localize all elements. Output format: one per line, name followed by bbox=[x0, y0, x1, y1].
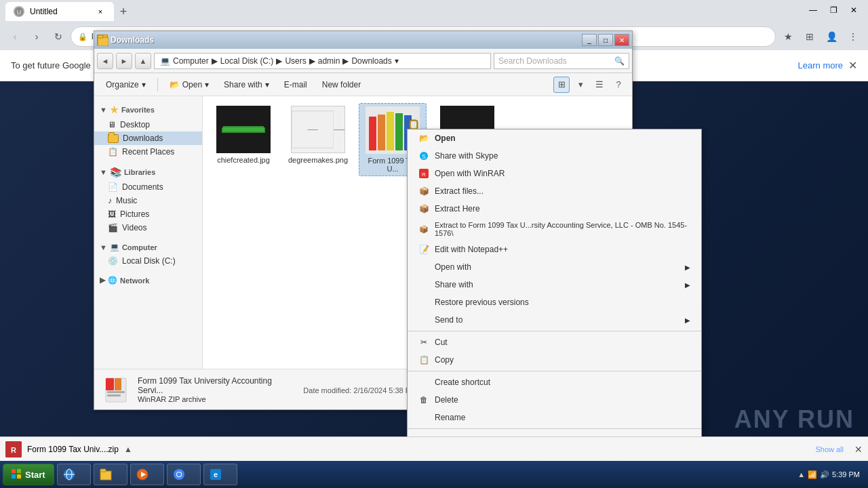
open-with-arrow-icon: ▶ bbox=[685, 264, 690, 271]
organize-button[interactable]: Organize ▾ bbox=[100, 76, 152, 94]
taskbar-app-explorer[interactable] bbox=[94, 464, 127, 485]
desktop-icon: 🖥 bbox=[108, 120, 116, 129]
maximize-button[interactable]: ❐ bbox=[825, 3, 842, 18]
notepad-icon: 📝 bbox=[418, 244, 429, 255]
taskbar-app-media[interactable] bbox=[130, 464, 164, 485]
view-dropdown-button[interactable]: ▾ bbox=[572, 77, 589, 93]
start-button[interactable]: Start bbox=[3, 464, 54, 485]
ctx-item-extract-files[interactable]: 📦 Extract files... bbox=[408, 182, 701, 200]
download-chevron-icon[interactable]: ▲ bbox=[124, 445, 132, 454]
taskbar-app-chrome[interactable] bbox=[167, 464, 201, 485]
new-folder-button[interactable]: New folder bbox=[316, 76, 367, 94]
minimize-button[interactable]: — bbox=[804, 3, 822, 18]
bookmark-button[interactable]: ★ bbox=[778, 27, 797, 46]
browser-tab[interactable]: U Untitled × bbox=[5, 2, 114, 21]
winrar-icon: R bbox=[418, 168, 429, 179]
search-input[interactable]: Search Downloads 🔍 bbox=[494, 53, 629, 69]
forward-button[interactable]: › bbox=[27, 27, 46, 46]
help-button[interactable]: ? bbox=[610, 77, 627, 93]
ctx-item-share-with[interactable]: Share with ▶ bbox=[408, 276, 701, 293]
open-button[interactable]: 📂 Open ▾ bbox=[163, 76, 215, 94]
ctx-item-open[interactable]: 📂 Open bbox=[408, 129, 701, 147]
explorer-close-button[interactable]: ✕ bbox=[614, 34, 629, 46]
file-item-degreemakes[interactable]: — degreemakes.png bbox=[284, 103, 352, 176]
libraries-header[interactable]: ▼ 📚 Libraries bbox=[94, 164, 202, 180]
system-clock: 5:39 PM bbox=[832, 470, 860, 479]
explorer-toolbar: Organize ▾ 📂 Open ▾ Share with ▾ E-mail … bbox=[94, 73, 632, 96]
svg-rect-33 bbox=[17, 474, 21, 479]
explorer-maximize-button[interactable]: □ bbox=[598, 34, 613, 46]
email-button[interactable]: E-mail bbox=[278, 76, 313, 94]
show-all-button[interactable]: Show all bbox=[815, 445, 844, 453]
ctx-item-create-shortcut[interactable]: Create shortcut bbox=[408, 373, 701, 391]
svg-text:e: e bbox=[214, 470, 218, 479]
taskbar-app-ie2[interactable]: e bbox=[203, 464, 237, 485]
explorer-path[interactable]: 💻 Computer ▶ Local Disk (C:) ▶ Users ▶ a… bbox=[154, 53, 491, 69]
ctx-item-skype[interactable]: S Share with Skype bbox=[408, 147, 701, 165]
sidebar-item-local-disk[interactable]: 💿 Local Disk (C:) bbox=[94, 254, 202, 268]
refresh-button[interactable]: ↻ bbox=[49, 27, 68, 46]
ctx-item-extract-to[interactable]: 📦 Extract to Form 1099 Tax U...rsity Acc… bbox=[408, 218, 701, 241]
window-controls: — ❐ ✕ bbox=[804, 3, 863, 18]
explorer-up-button[interactable]: ▲ bbox=[135, 53, 151, 69]
details-view-button[interactable]: ☰ bbox=[591, 77, 608, 93]
ctx-item-winrar[interactable]: R Open with WinRAR bbox=[408, 165, 701, 182]
tab-bar: U Untitled × + — ❐ ✕ bbox=[0, 0, 868, 23]
media-player-icon bbox=[136, 468, 149, 481]
sidebar-item-desktop[interactable]: 🖥 Desktop bbox=[94, 118, 202, 131]
path-users-label: Users bbox=[285, 56, 306, 66]
learn-more-button[interactable]: Learn more bbox=[798, 60, 843, 70]
send-to-arrow-icon: ▶ bbox=[685, 317, 690, 324]
tray-network-icon: 📶 bbox=[808, 470, 817, 479]
ctx-item-notepad[interactable]: 📝 Edit with Notepad++ bbox=[408, 241, 701, 258]
ctx-item-delete[interactable]: 🗑 Delete bbox=[408, 391, 701, 409]
profile-button[interactable]: 👤 bbox=[822, 27, 841, 46]
explorer-back-button[interactable]: ◄ bbox=[97, 53, 113, 69]
ctx-item-send-to[interactable]: Send to ▶ bbox=[408, 311, 701, 329]
tab-close-button[interactable]: × bbox=[95, 6, 106, 17]
ctx-item-extract-here[interactable]: 📦 Extract Here bbox=[408, 200, 701, 218]
file-item-chiefcreated[interactable]: chiefcreated.jpg bbox=[210, 103, 277, 176]
info-bar-close-button[interactable]: ✕ bbox=[848, 59, 857, 72]
favorites-section: ▼ ★ Favorites 🖥 Desktop Downloads 📋 Rec bbox=[94, 102, 202, 159]
explorer-forward-button[interactable]: ► bbox=[116, 53, 132, 69]
svg-rect-20 bbox=[115, 378, 121, 390]
sidebar-item-downloads[interactable]: Downloads bbox=[94, 131, 202, 145]
libraries-section: ▼ 📚 Libraries 📄 Documents ♪ Music 🖼 Pict… bbox=[94, 164, 202, 235]
sidebar-item-documents[interactable]: 📄 Documents bbox=[94, 180, 202, 194]
documents-icon: 📄 bbox=[108, 182, 118, 192]
ctx-item-cut[interactable]: ✂ Cut bbox=[408, 333, 701, 351]
explorer-sidebar: ▼ ★ Favorites 🖥 Desktop Downloads 📋 Rec bbox=[94, 96, 203, 369]
menu-button[interactable]: ⋮ bbox=[844, 27, 863, 46]
sidebar-item-videos[interactable]: 🎬 Videos bbox=[94, 221, 202, 235]
icon-view-button[interactable]: ⊞ bbox=[553, 77, 570, 93]
share-with-button[interactable]: Share with ▾ bbox=[218, 76, 275, 94]
tray-up-icon: ▲ bbox=[797, 470, 805, 479]
chrome-icon bbox=[173, 468, 185, 481]
status-date-modified: Date modified: 2/16/2024 5:38 PM bbox=[303, 386, 416, 394]
path-dropdown[interactable]: ▾ bbox=[395, 56, 399, 66]
svg-rect-4 bbox=[216, 106, 271, 153]
download-file-icon: R bbox=[5, 441, 22, 458]
favorites-header[interactable]: ▼ ★ Favorites bbox=[94, 102, 202, 118]
sidebar-item-music[interactable]: ♪ Music bbox=[94, 194, 202, 207]
computer-header[interactable]: ▼ 💻 Computer bbox=[94, 240, 202, 254]
ctx-item-restore[interactable]: Restore previous versions bbox=[408, 293, 701, 311]
ctx-item-rename[interactable]: Rename bbox=[408, 409, 701, 426]
computer-icon: 💻 bbox=[110, 243, 119, 251]
new-tab-button[interactable]: + bbox=[114, 2, 133, 21]
taskbar-app-ie[interactable] bbox=[57, 464, 91, 485]
sidebar-item-pictures[interactable]: 🖼 Pictures bbox=[94, 207, 202, 221]
explorer-minimize-button[interactable]: _ bbox=[582, 34, 597, 46]
ctx-item-open-with[interactable]: Open with ▶ bbox=[408, 258, 701, 276]
svg-rect-9 bbox=[369, 117, 376, 150]
download-close-button[interactable]: ✕ bbox=[854, 444, 863, 455]
explorer-titlebar: Downloads _ □ ✕ bbox=[94, 31, 632, 49]
network-header[interactable]: ▶ 🌐 Network bbox=[94, 273, 202, 287]
svg-rect-30 bbox=[12, 469, 16, 473]
close-button[interactable]: ✕ bbox=[845, 3, 863, 18]
extensions-button[interactable]: ⊞ bbox=[800, 27, 819, 46]
sidebar-item-recent-places[interactable]: 📋 Recent Places bbox=[94, 145, 202, 159]
ctx-item-copy[interactable]: 📋 Copy bbox=[408, 351, 701, 369]
back-button[interactable]: ‹ bbox=[5, 27, 24, 46]
